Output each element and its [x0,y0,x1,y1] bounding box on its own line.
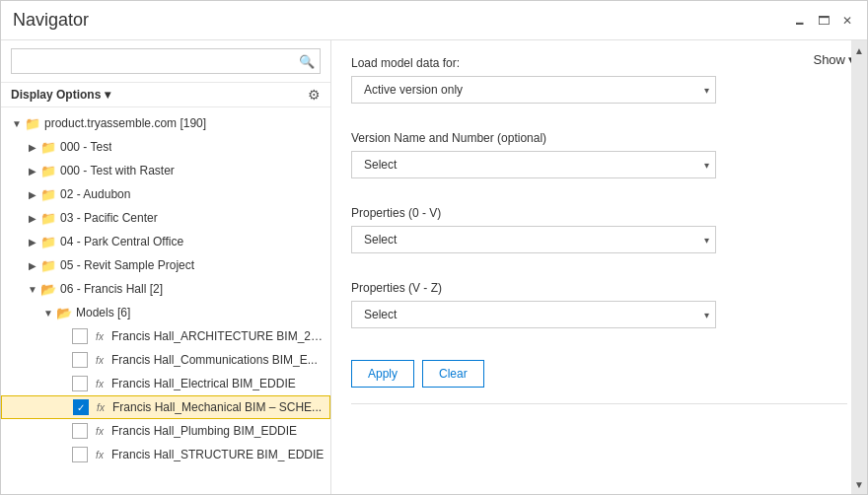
item-label: Francis Hall_STRUCTURE BIM_ EDDIE [111,448,324,461]
folder-icon: 📁 [40,234,56,249]
list-item[interactable]: ✓ fx Francis Hall_Mechanical BIM – SCHE.… [1,395,330,419]
list-item[interactable]: fx Francis Hall_Electrical BIM_EDDIE [1,372,330,395]
scroll-down-button[interactable]: ▼ [851,474,867,494]
list-item[interactable]: fx Francis Hall_STRUCTURE BIM_ EDDIE [1,443,330,466]
divider [351,403,847,404]
model-checkbox[interactable] [72,328,88,344]
search-input[interactable] [11,48,321,74]
item-expand-btn[interactable]: ▶ [25,210,40,226]
tree-inner: ▼ 📁 product.tryassemble.com [190] ▶ 📁 00… [1,107,330,470]
version-name-dropdown[interactable]: Select ▾ [351,151,716,178]
apply-button[interactable]: Apply [351,360,414,388]
properties-0v-row: Properties (0 - V) Select ▾ [351,206,847,267]
display-options-button[interactable]: Display Options ▾ [11,88,110,102]
scroll-up-button[interactable]: ▲ [851,40,867,60]
scroll-track[interactable] [851,60,867,474]
root-folder-icon: 📁 [25,115,40,131]
list-item[interactable]: ▶ 📁 04 - Park Central Office [1,230,330,253]
version-name-label: Version Name and Number (optional) [351,131,847,145]
properties-vz-dropdown[interactable]: Select ▾ [351,301,716,328]
list-item[interactable]: ▶ 📁 000 - Test with Raster [1,159,330,182]
item-label: 02 - Audubon [60,187,130,201]
folder-icon: 📁 [40,139,56,155]
properties-0v-select[interactable]: Select [360,227,707,252]
tree-root[interactable]: ▼ 📁 product.tryassemble.com [190] [1,111,330,135]
list-item[interactable]: fx Francis Hall_ARCHITECTURE BIM_20... [1,324,330,348]
root-expand-btn[interactable]: ▼ [9,115,25,131]
list-item[interactable]: ▼ 📂 06 - Francis Hall [2] [1,277,330,301]
item-label: 06 - Francis Hall [2] [60,282,163,296]
settings-icon[interactable]: ⚙ [308,87,321,103]
folder-icon: 📂 [56,305,72,320]
item-expand-btn[interactable]: ▼ [40,305,56,320]
window-title: Navigator [13,10,89,31]
properties-0v-label: Properties (0 - V) [351,206,847,220]
model-checkbox[interactable] [72,447,88,462]
fx-icon: fx [93,399,108,415]
model-checkbox[interactable] [72,376,88,391]
model-checkbox[interactable] [72,423,88,439]
action-row: Apply Clear [351,360,847,388]
item-expand-btn[interactable]: ▼ [25,281,40,297]
window-controls: 🗕 🗖 ✕ [792,13,855,29]
item-label: Francis Hall_Communications BIM_E... [111,353,318,367]
item-expand-btn[interactable]: ▶ [25,186,40,202]
version-name-select[interactable]: Select [360,152,707,177]
display-options-label: Display Options [11,88,101,102]
tree-area: ▼ 📁 product.tryassemble.com [190] ▶ 📁 00… [1,107,330,494]
title-bar: Navigator 🗕 🗖 ✕ [1,1,867,40]
item-expand-btn[interactable]: ▶ [25,234,40,249]
display-options-arrow: ▾ [105,88,110,102]
list-item[interactable]: fx Francis Hall_Communications BIM_E... [1,348,330,372]
item-label: 04 - Park Central Office [60,235,183,248]
maximize-button[interactable]: 🗖 [816,13,832,29]
item-expand-btn[interactable]: ▶ [25,139,40,155]
folder-icon: 📂 [40,281,56,297]
folder-icon: 📁 [40,210,56,226]
folder-icon: 📁 [40,186,56,202]
version-name-row: Version Name and Number (optional) Selec… [351,131,847,192]
fx-icon: fx [92,352,108,368]
list-item[interactable]: ▶ 📁 05 - Revit Sample Project [1,253,330,277]
item-label: 000 - Test [60,140,111,154]
navigator-window: Navigator 🗕 🗖 ✕ 🔍 Display Options ▾ [0,0,868,495]
display-options-bar: Display Options ▾ ⚙ [1,83,330,107]
right-scroll: ▲ ▼ [851,40,867,494]
show-button[interactable]: Show ▾ [813,52,855,67]
root-label: product.tryassemble.com [190] [44,116,206,130]
item-expand-btn[interactable]: ▶ [25,163,40,178]
minimize-button[interactable]: 🗕 [792,13,808,29]
list-item[interactable]: ▶ 📁 000 - Test [1,135,330,159]
list-item[interactable]: ▶ 📁 02 - Audubon [1,182,330,206]
load-model-select[interactable]: Active version only All versions Selecte… [360,77,707,103]
item-label: 000 - Test with Raster [60,164,175,177]
properties-vz-row: Properties (V - Z) Select ▾ [351,281,847,342]
list-item[interactable]: ▶ 📁 03 - Pacific Center [1,206,330,230]
properties-0v-dropdown[interactable]: Select ▾ [351,226,716,253]
list-item[interactable]: fx Francis Hall_Plumbing BIM_EDDIE [1,419,330,443]
main-content: 🔍 Display Options ▾ ⚙ ▼ 📁 produ [1,40,867,494]
item-label: Francis Hall_Mechanical BIM – SCHE... [112,400,322,414]
item-label: 05 - Revit Sample Project [60,258,194,272]
load-model-dropdown[interactable]: Active version only All versions Selecte… [351,76,716,104]
model-checkbox-checked[interactable]: ✓ [73,399,89,415]
list-item[interactable]: ▼ 📂 Models [6] [1,301,330,324]
clear-button[interactable]: Clear [422,360,484,388]
search-wrapper: 🔍 [11,48,321,74]
properties-vz-select[interactable]: Select [360,302,707,327]
fx-icon: fx [92,328,108,344]
properties-vz-label: Properties (V - Z) [351,281,847,295]
model-checkbox[interactable] [72,352,88,368]
item-label: Francis Hall_ARCHITECTURE BIM_20... [111,329,326,343]
close-button[interactable]: ✕ [839,13,855,29]
show-label: Show [813,52,845,67]
item-label: Models [6] [76,306,130,319]
fx-icon: fx [92,423,108,439]
fx-icon: fx [92,376,108,391]
load-model-row: Load model data for: Active version only… [351,56,847,117]
item-expand-btn[interactable]: ▶ [25,257,40,273]
fx-icon: fx [92,447,108,462]
search-icon[interactable]: 🔍 [295,52,319,71]
right-panel: Show ▾ ▲ ▼ Load model data for: Active v… [331,40,867,494]
item-label: Francis Hall_Electrical BIM_EDDIE [111,377,296,390]
